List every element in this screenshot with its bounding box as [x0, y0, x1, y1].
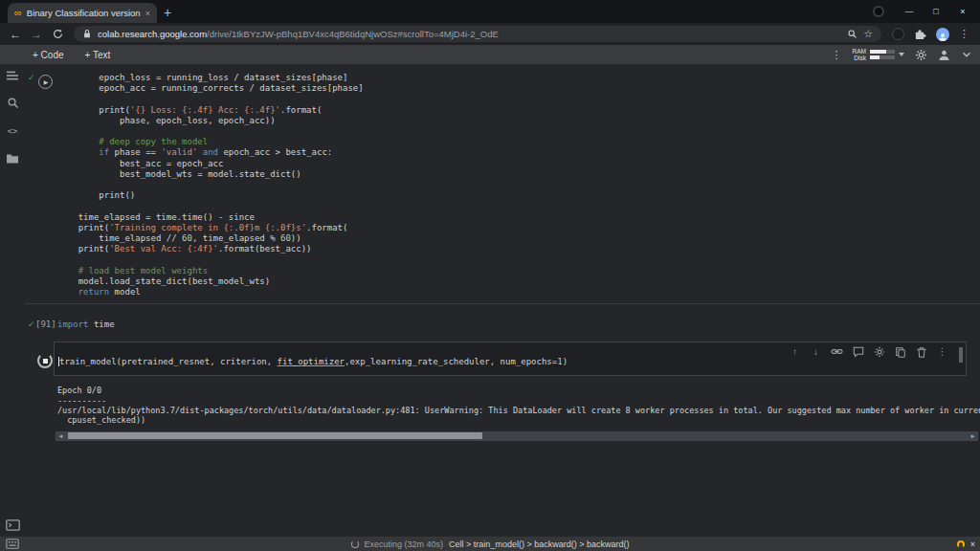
- browser-titlebar: ∞ Binary Classification version 1 - C × …: [0, 0, 980, 23]
- browser-tab[interactable]: ∞ Binary Classification version 1 - C ×: [8, 3, 157, 23]
- code-editor[interactable]: ↑ ↓: [54, 342, 967, 376]
- code-cell-train-function: ✓ ▶ epoch_loss = running_loss / dataset_…: [25, 65, 980, 298]
- code-line: epoch_loss = running_loss / dataset_size…: [57, 73, 980, 83]
- extensions-puzzle-icon[interactable]: [910, 25, 930, 44]
- url-domain: colab.research.google.com: [98, 29, 207, 39]
- keyboard-panel-icon[interactable]: [6, 539, 19, 549]
- colab-toolbar: + Code + Text ⋮ RAMDisk: [0, 45, 980, 65]
- settings-gear-icon[interactable]: [915, 49, 927, 61]
- executing-status-text: Executing (32m 40s): [365, 540, 444, 549]
- bookmark-star-icon[interactable]: ☆: [863, 28, 873, 40]
- execution-context-path[interactable]: Cell > train_model() > backward() > back…: [449, 540, 629, 549]
- toolbar-more-icon[interactable]: ⋮: [832, 49, 842, 61]
- notebook-content: ✓ ▶ epoch_loss = running_loss / dataset_…: [25, 65, 980, 536]
- statusbar: Executing (32m 40s) Cell > train_model()…: [0, 536, 980, 551]
- forward-icon[interactable]: →: [27, 25, 46, 44]
- resource-meter: [870, 50, 895, 59]
- editor-scrollbar[interactable]: [959, 347, 963, 363]
- code-line: print(): [57, 190, 980, 201]
- code-cell-running: ↑ ↓: [25, 342, 980, 376]
- copy-cell-icon[interactable]: [894, 345, 906, 358]
- cell-more-options-icon[interactable]: ⋮: [936, 345, 948, 358]
- window-controls: — □ ×: [873, 0, 980, 23]
- notebook-workspace: <> ✓ ▶ epoch_loss = running_loss / datas…: [0, 65, 980, 536]
- collapse-header-chevron-icon[interactable]: [961, 49, 972, 60]
- back-icon[interactable]: ←: [6, 25, 25, 44]
- execution-count-badge: [91]: [35, 320, 56, 329]
- terminal-icon[interactable]: [6, 518, 20, 532]
- code-line: return model: [57, 287, 980, 298]
- stop-execution-button[interactable]: [37, 353, 53, 368]
- delete-cell-icon[interactable]: [915, 345, 927, 358]
- profile-icon[interactable]: [938, 49, 950, 61]
- output-horizontal-scrollbar[interactable]: ◄ ►: [56, 431, 978, 441]
- comment-icon[interactable]: [852, 345, 864, 358]
- code-line: best_model_wts = model.state_dict(): [57, 169, 980, 180]
- refresh-icon[interactable]: [48, 25, 67, 44]
- code-line: model.load_state_dict(best_model_wts): [57, 276, 980, 287]
- code-line: print('{} Loss: {:.4f} Acc: {:.4f}'.form…: [57, 105, 980, 116]
- add-text-button[interactable]: + Text: [85, 50, 111, 60]
- code-snippets-icon[interactable]: <>: [6, 123, 20, 138]
- code-line: print('Training complete in {:.0f}m {:.0…: [57, 223, 980, 233]
- search-icon[interactable]: [6, 96, 20, 110]
- cell-code[interactable]: epoch_loss = running_loss / dataset_size…: [57, 73, 980, 298]
- stop-square-icon: [43, 359, 48, 364]
- ram-label: RAM: [853, 48, 866, 55]
- cell-code[interactable]: import time: [57, 320, 980, 330]
- code-line: [57, 126, 980, 137]
- dismiss-status-icon[interactable]: ×: [970, 540, 975, 549]
- cell-executed-check-icon: ✓: [28, 320, 35, 329]
- code-line: if phase == 'valid' and epoch_acc > best…: [57, 147, 980, 158]
- url-text: colab.research.google.com/drive/1tkBYzJW…: [98, 29, 841, 39]
- code-line: time_elapsed // 60, time_elapsed % 60)): [57, 233, 980, 244]
- record-indicator: [873, 6, 884, 17]
- busy-spinner-icon: [957, 540, 965, 548]
- scroll-left-icon[interactable]: ◄: [56, 431, 66, 441]
- code-line: print('Best val Acc: {:4f}'.format(best_…: [57, 244, 980, 254]
- lock-icon: [82, 29, 92, 39]
- move-cell-up-icon[interactable]: ↑: [789, 345, 801, 358]
- close-button[interactable]: ×: [949, 0, 976, 23]
- cell-settings-gear-icon[interactable]: [873, 345, 885, 358]
- code-line: import time: [57, 320, 980, 330]
- table-of-contents-icon[interactable]: [6, 68, 20, 82]
- profile-avatar[interactable]: [932, 25, 952, 44]
- cell-toolbar: ↑ ↓: [789, 345, 948, 358]
- play-icon: ▶: [44, 78, 49, 85]
- new-tab-button[interactable]: +: [157, 3, 178, 22]
- output-line: cpuset_checked)): [57, 415, 980, 425]
- minimize-button[interactable]: —: [896, 0, 923, 23]
- cell-executed-check-icon: ✓: [28, 73, 35, 82]
- code-line: time_elapsed = time.time() - since: [57, 212, 980, 223]
- text-cursor: [58, 357, 59, 366]
- colab-favicon-icon: ∞: [14, 8, 22, 18]
- scrollbar-thumb[interactable]: [68, 432, 482, 439]
- resources-dropdown-icon[interactable]: [899, 53, 904, 56]
- run-cell-button[interactable]: ▶: [38, 75, 53, 89]
- extension-icon[interactable]: [888, 25, 908, 44]
- files-folder-icon[interactable]: [6, 151, 20, 165]
- browser-menu-icon[interactable]: ⋮: [954, 25, 974, 44]
- link-cell-icon[interactable]: [831, 345, 843, 358]
- code-line: [57, 180, 980, 190]
- maximize-button[interactable]: □: [923, 0, 949, 23]
- add-code-button[interactable]: + Code: [33, 50, 64, 60]
- code-line: # deep copy the model: [57, 137, 980, 147]
- output-line: ----------: [57, 396, 980, 406]
- browser-window: ∞ Binary Classification version 1 - C × …: [0, 0, 980, 551]
- move-cell-down-icon[interactable]: ↓: [810, 345, 822, 358]
- tab-close-icon[interactable]: ×: [145, 9, 150, 18]
- output-line: Epoch 0/0: [57, 386, 980, 395]
- lens-icon[interactable]: [847, 29, 858, 39]
- scroll-right-icon[interactable]: ►: [968, 431, 978, 441]
- scrollbar-track[interactable]: [66, 431, 968, 441]
- executing-spinner-icon: [351, 540, 359, 548]
- code-line: train_model(pretrained_resnet, criterion…: [59, 357, 960, 367]
- left-sidebar: <>: [0, 65, 25, 536]
- code-line: epoch_acc = running_corrects / dataset_s…: [57, 83, 980, 94]
- url-bar[interactable]: colab.research.google.com/drive/1tkBYzJW…: [74, 26, 881, 42]
- resources-monitor[interactable]: RAMDisk: [853, 48, 904, 61]
- code-line: phase, epoch_loss, epoch_acc)): [57, 116, 980, 126]
- output-line: /usr/local/lib/python3.7/dist-packages/t…: [57, 406, 980, 415]
